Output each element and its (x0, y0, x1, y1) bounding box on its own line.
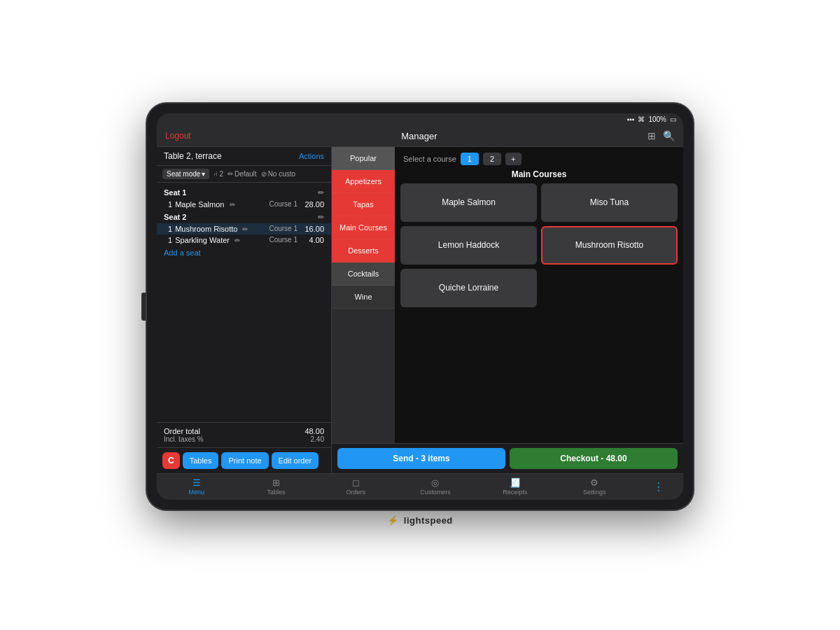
table-row[interactable]: 1 Maple Salmon ✏ Course 1 28.00 (157, 199, 331, 210)
menu-icon: ☰ (192, 477, 201, 488)
expand-icon[interactable]: ⊞ (648, 130, 656, 141)
logout-button[interactable]: Logout (165, 131, 191, 141)
customers-icon: ◎ (431, 477, 439, 488)
total-label: Order total (164, 427, 200, 435)
seat-mode-button[interactable]: Seat mode ▾ (162, 169, 209, 179)
tab-orders-label: Orders (346, 489, 365, 496)
seat-2-edit-icon[interactable]: ✏ (318, 213, 324, 222)
checkout-button[interactable]: Checkout - 48.00 (510, 448, 678, 469)
category-sidebar: Popular Appetizers Tapas Main Courses De… (332, 147, 395, 443)
tax-label: Incl. taxes % (164, 435, 204, 443)
tab-settings[interactable]: ⚙ Settings (573, 477, 615, 496)
left-panel: Table 2, terrace Actions Seat mode ▾ ⑁ 2 (157, 147, 332, 473)
battery-icon: ▭ (670, 115, 676, 123)
tab-menu[interactable]: ☰ Menu (176, 477, 218, 496)
search-icon[interactable]: 🔍 (663, 130, 675, 141)
table-row[interactable]: 1 Mushroom Risotto ✏ Course 1 16.00 (157, 223, 331, 234)
tab-customers-label: Customers (420, 489, 451, 496)
pencil-icon: ✏ (227, 170, 233, 178)
tab-orders[interactable]: ◻ Orders (335, 477, 377, 496)
seat-1-label: Seat 1 (164, 188, 186, 197)
tax-amount: 2.40 (311, 435, 324, 443)
orders-icon: ◻ (352, 477, 360, 488)
right-content: Popular Appetizers Tapas Main Courses De… (332, 147, 683, 443)
menu-section-title: Main Courses (400, 169, 678, 179)
total-amount: 48.00 (304, 427, 324, 435)
seat-2-label: Seat 2 (164, 213, 186, 221)
course-label: Select a course (403, 155, 456, 163)
seat-2-header: Seat 2 ✏ (157, 210, 331, 223)
category-tapas[interactable]: Tapas (332, 193, 395, 216)
actions-button[interactable]: Actions (299, 152, 324, 160)
course-tab-1[interactable]: 1 (461, 153, 479, 165)
brand-bar: ⚡ lightspeed (387, 510, 453, 527)
tab-bar: ☰ Menu ⊞ Tables ◻ Orders ◎ Customers 🧾 (157, 473, 683, 500)
course-tab-2[interactable]: 2 (483, 153, 501, 165)
tab-tables-label: Tables (267, 489, 286, 496)
tab-tables[interactable]: ⊞ Tables (255, 477, 298, 496)
tables-icon: ⊞ (272, 477, 280, 488)
menu-item-maple-salmon[interactable]: Maple Salmon (400, 183, 537, 222)
menu-item-mushroom-risotto[interactable]: Mushroom Risotto (541, 226, 678, 265)
menu-area: Select a course 1 2 + Main Courses Maple… (395, 147, 683, 443)
more-icon[interactable]: ⋮ (653, 480, 664, 493)
mode-bar: Seat mode ▾ ⑁ 2 ✏ Default ⊘ (157, 166, 331, 183)
category-cocktails[interactable]: Cocktails (332, 262, 395, 286)
signal-icon: ▪▪▪ (627, 115, 635, 123)
settings-icon: ⚙ (590, 477, 598, 488)
brand-icon: ⚡ (387, 515, 399, 526)
edit-icon[interactable]: ✏ (230, 201, 235, 209)
tablet-device: ▪▪▪ ⌘ 100% ▭ Logout Manager ⊞ 🔍 Tabl (147, 104, 693, 510)
custom-item: ⊘ No custo (261, 170, 295, 178)
add-seat-button[interactable]: Add a seat (157, 246, 331, 260)
tab-receipts[interactable]: 🧾 Receipts (494, 477, 536, 496)
tab-receipts-label: Receipts (503, 489, 527, 496)
top-nav: Logout Manager ⊞ 🔍 (157, 126, 683, 147)
send-button[interactable]: Send - 3 items (337, 448, 505, 469)
c-button[interactable]: C (162, 452, 180, 469)
home-button[interactable] (141, 293, 146, 321)
status-bar: ▪▪▪ ⌘ 100% ▭ (157, 113, 683, 126)
order-list: Seat 1 ✏ 1 Maple Salmon ✏ Course 1 28.00… (157, 183, 331, 422)
nav-icons: ⊞ 🔍 (648, 130, 675, 141)
table-name: Table 2, terrace (164, 151, 222, 161)
bottom-bar: C Tables Print note Edit order (157, 447, 331, 473)
course-tabs: Select a course 1 2 + (400, 153, 678, 165)
edit-icon[interactable]: ✏ (234, 237, 240, 244)
course-tab-add[interactable]: + (505, 153, 521, 165)
brand-name: lightspeed (404, 515, 453, 526)
tables-button[interactable]: Tables (183, 452, 219, 469)
tab-customers[interactable]: ◎ Customers (414, 477, 456, 496)
category-wine[interactable]: Wine (332, 286, 395, 309)
menu-grid: Maple Salmon Miso Tuna Lemon Haddock Mus… (400, 183, 678, 307)
battery-label: 100% (648, 115, 666, 123)
right-panel: Popular Appetizers Tapas Main Courses De… (332, 147, 683, 473)
menu-item-quiche-lorraine[interactable]: Quiche Lorraine (400, 269, 537, 307)
print-note-button[interactable]: Print note (221, 452, 268, 469)
order-total: Order total 48.00 Incl. taxes % 2.40 (157, 422, 331, 447)
seat-1-header: Seat 1 ✏ (157, 186, 331, 199)
category-main-courses[interactable]: Main Courses (332, 216, 395, 239)
covers-item: ⑁ 2 (214, 170, 223, 178)
receipts-icon: 🧾 (510, 477, 521, 488)
category-appetizers[interactable]: Appetizers (332, 170, 395, 193)
menu-item-miso-tuna[interactable]: Miso Tuna (541, 183, 678, 222)
seat-1-edit-icon[interactable]: ✏ (318, 188, 324, 197)
default-item: ✏ Default (227, 170, 257, 178)
category-desserts[interactable]: Desserts (332, 239, 395, 262)
menu-item-lemon-haddock[interactable]: Lemon Haddock (400, 226, 537, 265)
main-content: Table 2, terrace Actions Seat mode ▾ ⑁ 2 (157, 147, 683, 473)
tab-settings-label: Settings (583, 489, 606, 496)
table-row[interactable]: 1 Sparkling Water ✏ Course 1 4.00 (157, 234, 331, 246)
edit-order-button[interactable]: Edit order (272, 452, 319, 469)
nav-title: Manager (401, 131, 437, 141)
tab-menu-label: Menu (189, 489, 205, 496)
wifi-icon: ⌘ (638, 115, 645, 123)
edit-icon[interactable]: ✏ (242, 225, 248, 233)
category-popular[interactable]: Popular (332, 147, 395, 170)
table-header: Table 2, terrace Actions (157, 147, 331, 166)
action-bar: Send - 3 items Checkout - 48.00 (332, 443, 683, 473)
fork-icon: ⑁ (214, 170, 218, 178)
